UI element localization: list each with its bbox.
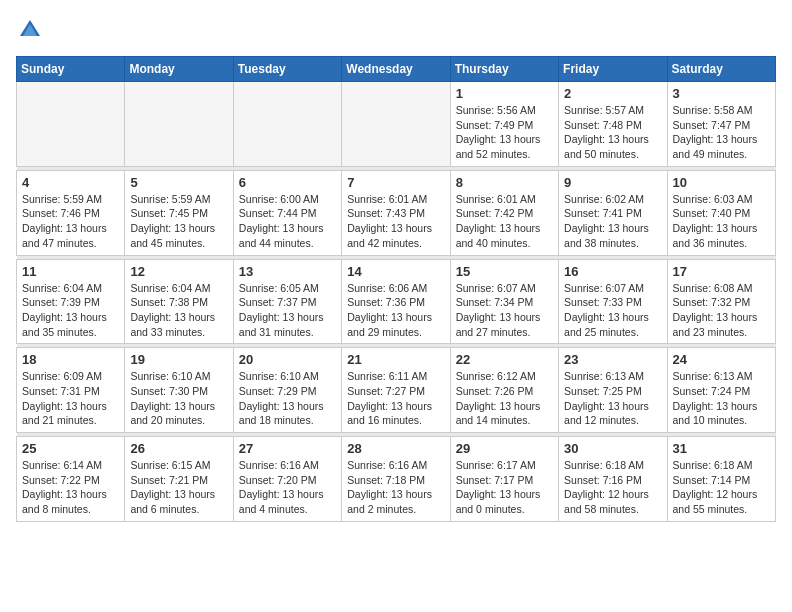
- calendar-cell: 28Sunrise: 6:16 AM Sunset: 7:18 PM Dayli…: [342, 437, 450, 522]
- day-number: 30: [564, 441, 661, 456]
- day-detail: Sunrise: 5:59 AM Sunset: 7:45 PM Dayligh…: [130, 192, 227, 251]
- day-number: 2: [564, 86, 661, 101]
- day-detail: Sunrise: 6:10 AM Sunset: 7:29 PM Dayligh…: [239, 369, 336, 428]
- day-detail: Sunrise: 6:10 AM Sunset: 7:30 PM Dayligh…: [130, 369, 227, 428]
- logo: [16, 16, 48, 44]
- day-number: 11: [22, 264, 119, 279]
- calendar-week-row: 18Sunrise: 6:09 AM Sunset: 7:31 PM Dayli…: [17, 348, 776, 433]
- day-detail: Sunrise: 6:12 AM Sunset: 7:26 PM Dayligh…: [456, 369, 553, 428]
- day-number: 20: [239, 352, 336, 367]
- day-detail: Sunrise: 6:18 AM Sunset: 7:14 PM Dayligh…: [673, 458, 770, 517]
- day-detail: Sunrise: 6:11 AM Sunset: 7:27 PM Dayligh…: [347, 369, 444, 428]
- calendar-cell: 13Sunrise: 6:05 AM Sunset: 7:37 PM Dayli…: [233, 259, 341, 344]
- calendar-cell: 5Sunrise: 5:59 AM Sunset: 7:45 PM Daylig…: [125, 170, 233, 255]
- calendar-cell: 6Sunrise: 6:00 AM Sunset: 7:44 PM Daylig…: [233, 170, 341, 255]
- calendar-cell: 26Sunrise: 6:15 AM Sunset: 7:21 PM Dayli…: [125, 437, 233, 522]
- day-number: 18: [22, 352, 119, 367]
- calendar-cell: 1Sunrise: 5:56 AM Sunset: 7:49 PM Daylig…: [450, 82, 558, 167]
- day-number: 10: [673, 175, 770, 190]
- day-detail: Sunrise: 6:02 AM Sunset: 7:41 PM Dayligh…: [564, 192, 661, 251]
- day-detail: Sunrise: 6:04 AM Sunset: 7:38 PM Dayligh…: [130, 281, 227, 340]
- day-detail: Sunrise: 6:13 AM Sunset: 7:25 PM Dayligh…: [564, 369, 661, 428]
- day-detail: Sunrise: 6:07 AM Sunset: 7:34 PM Dayligh…: [456, 281, 553, 340]
- day-number: 22: [456, 352, 553, 367]
- calendar-cell: 23Sunrise: 6:13 AM Sunset: 7:25 PM Dayli…: [559, 348, 667, 433]
- day-detail: Sunrise: 6:01 AM Sunset: 7:42 PM Dayligh…: [456, 192, 553, 251]
- day-number: 16: [564, 264, 661, 279]
- calendar-cell: 4Sunrise: 5:59 AM Sunset: 7:46 PM Daylig…: [17, 170, 125, 255]
- page-header: [16, 16, 776, 44]
- day-detail: Sunrise: 5:59 AM Sunset: 7:46 PM Dayligh…: [22, 192, 119, 251]
- day-number: 14: [347, 264, 444, 279]
- day-detail: Sunrise: 6:18 AM Sunset: 7:16 PM Dayligh…: [564, 458, 661, 517]
- calendar-cell: 8Sunrise: 6:01 AM Sunset: 7:42 PM Daylig…: [450, 170, 558, 255]
- day-number: 27: [239, 441, 336, 456]
- calendar-cell: 10Sunrise: 6:03 AM Sunset: 7:40 PM Dayli…: [667, 170, 775, 255]
- calendar-cell: 24Sunrise: 6:13 AM Sunset: 7:24 PM Dayli…: [667, 348, 775, 433]
- day-number: 5: [130, 175, 227, 190]
- day-detail: Sunrise: 5:57 AM Sunset: 7:48 PM Dayligh…: [564, 103, 661, 162]
- calendar-table: SundayMondayTuesdayWednesdayThursdayFrid…: [16, 56, 776, 522]
- day-detail: Sunrise: 6:13 AM Sunset: 7:24 PM Dayligh…: [673, 369, 770, 428]
- calendar-cell: 21Sunrise: 6:11 AM Sunset: 7:27 PM Dayli…: [342, 348, 450, 433]
- calendar-week-row: 25Sunrise: 6:14 AM Sunset: 7:22 PM Dayli…: [17, 437, 776, 522]
- day-number: 3: [673, 86, 770, 101]
- day-number: 13: [239, 264, 336, 279]
- day-number: 31: [673, 441, 770, 456]
- day-detail: Sunrise: 5:56 AM Sunset: 7:49 PM Dayligh…: [456, 103, 553, 162]
- day-number: 12: [130, 264, 227, 279]
- calendar-cell: 3Sunrise: 5:58 AM Sunset: 7:47 PM Daylig…: [667, 82, 775, 167]
- day-detail: Sunrise: 6:03 AM Sunset: 7:40 PM Dayligh…: [673, 192, 770, 251]
- day-detail: Sunrise: 6:04 AM Sunset: 7:39 PM Dayligh…: [22, 281, 119, 340]
- calendar-cell: [125, 82, 233, 167]
- calendar-cell: 9Sunrise: 6:02 AM Sunset: 7:41 PM Daylig…: [559, 170, 667, 255]
- calendar-cell: 16Sunrise: 6:07 AM Sunset: 7:33 PM Dayli…: [559, 259, 667, 344]
- weekday-header: Thursday: [450, 57, 558, 82]
- calendar-cell: 20Sunrise: 6:10 AM Sunset: 7:29 PM Dayli…: [233, 348, 341, 433]
- day-detail: Sunrise: 5:58 AM Sunset: 7:47 PM Dayligh…: [673, 103, 770, 162]
- calendar-cell: 25Sunrise: 6:14 AM Sunset: 7:22 PM Dayli…: [17, 437, 125, 522]
- day-number: 26: [130, 441, 227, 456]
- calendar-cell: [17, 82, 125, 167]
- calendar-cell: 30Sunrise: 6:18 AM Sunset: 7:16 PM Dayli…: [559, 437, 667, 522]
- weekday-header: Tuesday: [233, 57, 341, 82]
- day-detail: Sunrise: 6:00 AM Sunset: 7:44 PM Dayligh…: [239, 192, 336, 251]
- calendar-week-row: 1Sunrise: 5:56 AM Sunset: 7:49 PM Daylig…: [17, 82, 776, 167]
- day-number: 29: [456, 441, 553, 456]
- day-number: 19: [130, 352, 227, 367]
- calendar-cell: 14Sunrise: 6:06 AM Sunset: 7:36 PM Dayli…: [342, 259, 450, 344]
- weekday-header: Friday: [559, 57, 667, 82]
- day-detail: Sunrise: 6:15 AM Sunset: 7:21 PM Dayligh…: [130, 458, 227, 517]
- calendar-cell: 12Sunrise: 6:04 AM Sunset: 7:38 PM Dayli…: [125, 259, 233, 344]
- day-number: 25: [22, 441, 119, 456]
- calendar-cell: 15Sunrise: 6:07 AM Sunset: 7:34 PM Dayli…: [450, 259, 558, 344]
- day-number: 24: [673, 352, 770, 367]
- weekday-header: Sunday: [17, 57, 125, 82]
- calendar-cell: 7Sunrise: 6:01 AM Sunset: 7:43 PM Daylig…: [342, 170, 450, 255]
- day-detail: Sunrise: 6:01 AM Sunset: 7:43 PM Dayligh…: [347, 192, 444, 251]
- calendar-cell: 2Sunrise: 5:57 AM Sunset: 7:48 PM Daylig…: [559, 82, 667, 167]
- calendar-week-row: 11Sunrise: 6:04 AM Sunset: 7:39 PM Dayli…: [17, 259, 776, 344]
- calendar-cell: 22Sunrise: 6:12 AM Sunset: 7:26 PM Dayli…: [450, 348, 558, 433]
- day-number: 1: [456, 86, 553, 101]
- day-number: 7: [347, 175, 444, 190]
- calendar-cell: [342, 82, 450, 167]
- day-number: 28: [347, 441, 444, 456]
- day-detail: Sunrise: 6:05 AM Sunset: 7:37 PM Dayligh…: [239, 281, 336, 340]
- calendar-cell: 29Sunrise: 6:17 AM Sunset: 7:17 PM Dayli…: [450, 437, 558, 522]
- day-detail: Sunrise: 6:16 AM Sunset: 7:20 PM Dayligh…: [239, 458, 336, 517]
- day-number: 9: [564, 175, 661, 190]
- day-number: 23: [564, 352, 661, 367]
- logo-icon: [16, 16, 44, 44]
- calendar-cell: 19Sunrise: 6:10 AM Sunset: 7:30 PM Dayli…: [125, 348, 233, 433]
- day-detail: Sunrise: 6:14 AM Sunset: 7:22 PM Dayligh…: [22, 458, 119, 517]
- weekday-header: Saturday: [667, 57, 775, 82]
- calendar-cell: [233, 82, 341, 167]
- calendar-cell: 17Sunrise: 6:08 AM Sunset: 7:32 PM Dayli…: [667, 259, 775, 344]
- weekday-header: Monday: [125, 57, 233, 82]
- calendar-cell: 31Sunrise: 6:18 AM Sunset: 7:14 PM Dayli…: [667, 437, 775, 522]
- day-detail: Sunrise: 6:17 AM Sunset: 7:17 PM Dayligh…: [456, 458, 553, 517]
- day-detail: Sunrise: 6:16 AM Sunset: 7:18 PM Dayligh…: [347, 458, 444, 517]
- day-number: 21: [347, 352, 444, 367]
- day-detail: Sunrise: 6:08 AM Sunset: 7:32 PM Dayligh…: [673, 281, 770, 340]
